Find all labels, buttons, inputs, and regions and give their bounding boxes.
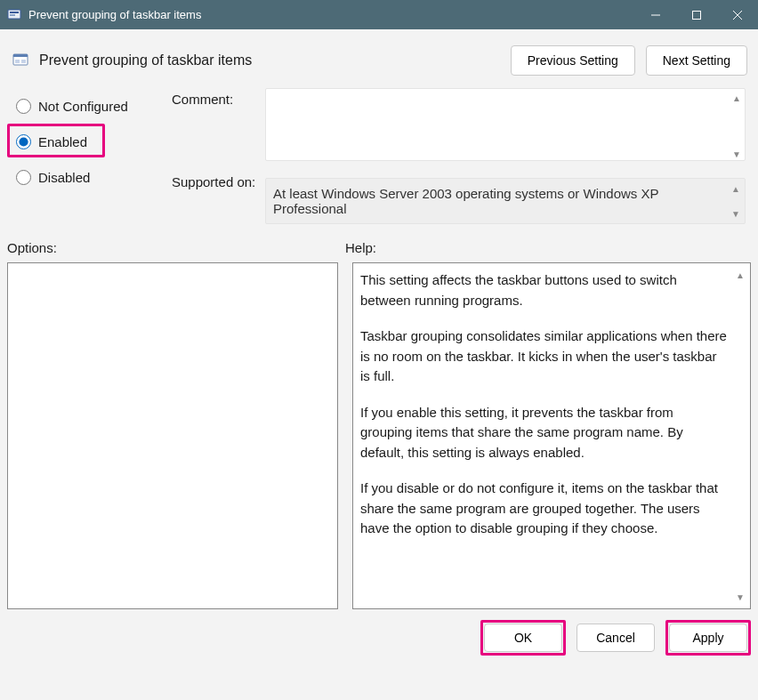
svg-rect-10 xyxy=(21,60,26,63)
options-label: Options: xyxy=(7,240,345,255)
supported-on-text: At least Windows Server 2003 operating s… xyxy=(273,186,658,216)
ok-button[interactable]: OK xyxy=(484,624,562,652)
comment-input[interactable] xyxy=(265,88,746,161)
radio-not-configured-input[interactable] xyxy=(16,99,31,114)
field-labels: Comment: Supported on: xyxy=(172,84,265,189)
options-pane xyxy=(7,262,338,609)
chevron-down-icon[interactable]: ▼ xyxy=(730,147,744,161)
close-button[interactable] xyxy=(717,0,758,29)
radio-enabled-label: Enabled xyxy=(38,134,87,149)
dialog-footer: OK Cancel Apply xyxy=(0,609,758,652)
radio-enabled-input[interactable] xyxy=(16,134,31,149)
svg-rect-2 xyxy=(10,14,15,16)
chevron-down-icon[interactable]: ▼ xyxy=(729,206,743,221)
apply-button[interactable]: Apply xyxy=(669,624,747,652)
previous-setting-button[interactable]: Previous Setting xyxy=(511,45,635,76)
help-paragraph: This setting affects the taskbar buttons… xyxy=(360,270,729,310)
chevron-down-icon[interactable]: ▼ xyxy=(733,590,747,604)
svg-rect-4 xyxy=(693,11,701,19)
minimize-button[interactable] xyxy=(635,0,676,29)
help-pane: This setting affects the taskbar buttons… xyxy=(352,262,751,609)
chevron-up-icon[interactable]: ▲ xyxy=(733,268,747,282)
state-radio-group: Not Configured Enabled Disabled xyxy=(7,84,172,193)
chevron-up-icon[interactable]: ▲ xyxy=(729,181,743,196)
supported-on-box: At least Windows Server 2003 operating s… xyxy=(265,178,746,224)
policy-editor-icon xyxy=(7,8,21,22)
radio-disabled-label: Disabled xyxy=(38,170,90,185)
policy-title: Prevent grouping of taskbar items xyxy=(39,52,500,68)
policy-icon xyxy=(11,51,30,70)
help-paragraph: If you disable or do not configure it, i… xyxy=(360,479,729,539)
maximize-button[interactable] xyxy=(676,0,717,29)
radio-disabled[interactable]: Disabled xyxy=(11,161,172,193)
svg-rect-9 xyxy=(15,60,20,63)
help-label: Help: xyxy=(345,240,376,255)
radio-disabled-input[interactable] xyxy=(16,170,31,185)
svg-rect-8 xyxy=(13,54,28,57)
help-paragraph: If you enable this setting, it prevents … xyxy=(360,403,729,463)
svg-rect-1 xyxy=(10,12,19,13)
supported-label: Supported on: xyxy=(172,174,265,189)
radio-not-configured[interactable]: Not Configured xyxy=(11,90,172,122)
titlebar: Prevent grouping of taskbar items xyxy=(0,0,758,29)
radio-not-configured-label: Not Configured xyxy=(38,99,128,114)
comment-label: Comment: xyxy=(172,92,265,107)
next-setting-button[interactable]: Next Setting xyxy=(646,45,747,76)
header: Prevent grouping of taskbar items Previo… xyxy=(0,29,758,84)
help-paragraph: Taskbar grouping consolidates similar ap… xyxy=(360,326,729,387)
window-title: Prevent grouping of taskbar items xyxy=(28,8,635,21)
radio-enabled[interactable]: Enabled xyxy=(11,125,172,157)
chevron-up-icon[interactable]: ▲ xyxy=(730,91,744,105)
cancel-button[interactable]: Cancel xyxy=(577,624,655,652)
